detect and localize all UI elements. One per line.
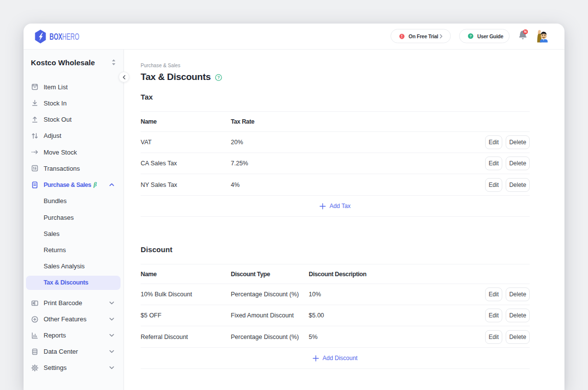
svg-text:N: N	[524, 30, 527, 33]
svg-text:?: ?	[218, 75, 220, 80]
svg-text:?: ?	[469, 34, 472, 38]
